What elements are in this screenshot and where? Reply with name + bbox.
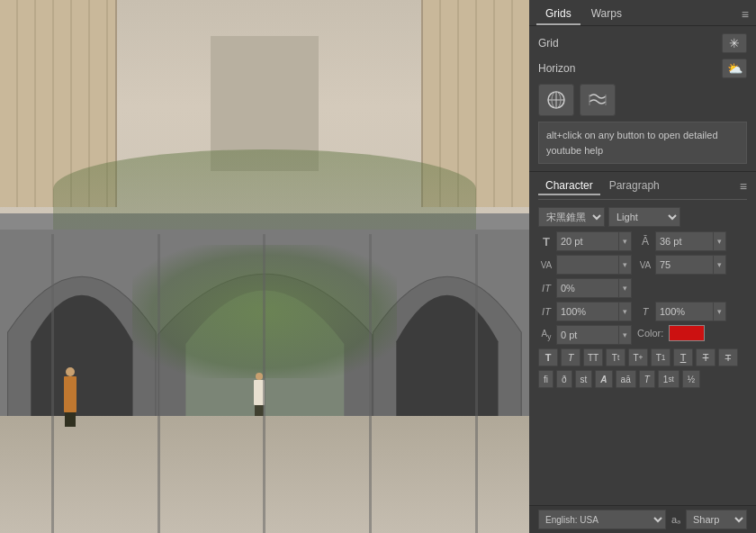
style-btn-strikethrough-t2[interactable]: T̶ bbox=[718, 348, 738, 366]
tracking-control: VA ▾ bbox=[538, 255, 632, 275]
color-control: Color: bbox=[637, 325, 705, 341]
char-tabs-bar: Character Paragraph ≡ bbox=[538, 177, 747, 200]
tscale-control: T ▾ bbox=[637, 302, 726, 321]
tscale-input-group: ▾ bbox=[655, 302, 726, 321]
style-btn-t1[interactable]: T1 bbox=[651, 348, 670, 366]
kerning-input[interactable] bbox=[655, 255, 714, 275]
baseline-input-group: ▾ bbox=[556, 325, 632, 345]
baseline-control: Ay ▾ bbox=[538, 325, 632, 345]
help-text-box: alt+click on any button to open detailed… bbox=[538, 122, 747, 164]
hscale-input[interactable] bbox=[556, 278, 619, 298]
font-size-input[interactable] bbox=[556, 231, 619, 251]
leading-icon: Ā bbox=[637, 235, 653, 248]
baseline-dropdown-arrow[interactable]: ▾ bbox=[619, 325, 632, 345]
style-btn-sup-t[interactable]: T+ bbox=[628, 348, 648, 366]
vscale-icon: IT bbox=[538, 306, 554, 317]
special-1st[interactable]: 1st bbox=[658, 370, 680, 388]
tab-paragraph[interactable]: Paragraph bbox=[602, 177, 667, 195]
kerning-input-group: ▾ bbox=[655, 255, 726, 275]
hscale-input-group: ▾ bbox=[556, 278, 632, 298]
size-leading-row: T ▾ Ā ▾ bbox=[538, 231, 747, 251]
grids-warps-tabs: Grids Warps ≡ bbox=[529, 0, 756, 26]
horizon-label: Horizon bbox=[538, 62, 575, 75]
vscale-input[interactable] bbox=[556, 302, 619, 321]
grid-label: Grid bbox=[538, 37, 559, 50]
tracking-dropdown-arrow[interactable]: ▾ bbox=[619, 255, 632, 275]
vscale-control: IT ▾ bbox=[538, 302, 632, 321]
vscale-input-group: ▾ bbox=[556, 302, 632, 321]
special-st[interactable]: st bbox=[575, 370, 593, 388]
special-half[interactable]: ½ bbox=[682, 370, 700, 388]
size-control: T ▾ bbox=[538, 231, 632, 251]
style-btn-tt[interactable]: TT bbox=[583, 348, 603, 366]
special-fi[interactable]: fi bbox=[538, 370, 554, 388]
size-input-group: ▾ bbox=[556, 231, 632, 251]
baseline-color-row: Ay ▾ Color: bbox=[538, 325, 747, 345]
right-panel: Grids Warps ≡ Grid ✳ Horizon ⛅ bbox=[529, 0, 756, 533]
tab-group: Grids Warps bbox=[536, 4, 631, 25]
help-text-content: alt+click on any button to open detailed… bbox=[546, 130, 718, 156]
tracking-icon: VA bbox=[538, 260, 554, 270]
style-btn-underline-t[interactable]: T bbox=[673, 348, 693, 366]
vscale-dropdown-arrow[interactable]: ▾ bbox=[619, 302, 632, 321]
leading-control: Ā ▾ bbox=[637, 231, 726, 251]
vscale-row: IT ▾ T ▾ bbox=[538, 302, 747, 321]
kerning-icon: VA bbox=[637, 260, 653, 270]
grid-tool-icon-2 bbox=[587, 89, 608, 111]
grid-tool-button-1[interactable] bbox=[538, 84, 574, 116]
kerning-dropdown-arrow[interactable]: ▾ bbox=[714, 255, 726, 275]
tab-character[interactable]: Character bbox=[538, 177, 600, 195]
tracking-input-group: ▾ bbox=[556, 255, 632, 275]
hscale-control: IT ▾ bbox=[538, 278, 632, 298]
special-sigma[interactable]: ð bbox=[556, 370, 572, 388]
color-swatch[interactable] bbox=[669, 325, 705, 341]
special-cap-a[interactable]: A bbox=[595, 370, 612, 388]
language-select[interactable]: English: USA bbox=[538, 510, 666, 529]
aa-label: aₐ bbox=[670, 514, 682, 526]
style-btn-italic-t[interactable]: T bbox=[561, 348, 580, 366]
tab-grids[interactable]: Grids bbox=[536, 4, 580, 25]
baseline-input[interactable] bbox=[556, 325, 619, 345]
style-btn-regular-t[interactable]: T bbox=[538, 348, 558, 366]
font-family-control: 宋黑錐黑 bbox=[538, 207, 605, 227]
tscale-icon: T bbox=[637, 306, 653, 317]
hscale-icon: IT bbox=[538, 283, 554, 294]
hscale-dropdown-arrow[interactable]: ▾ bbox=[619, 278, 632, 298]
grid-icon-button[interactable]: ✳ bbox=[722, 33, 747, 53]
character-section: Character Paragraph ≡ 宋黑錐黑 Light T bbox=[529, 172, 756, 505]
grid-section: Grid ✳ Horizon ⛅ bbox=[529, 26, 756, 172]
grid-tool-icon-1 bbox=[545, 89, 567, 111]
font-style-control: Light bbox=[608, 207, 680, 227]
font-style-select[interactable]: Light bbox=[608, 207, 680, 227]
special-italic-t[interactable]: T bbox=[639, 370, 655, 388]
style-btn-sub-t[interactable]: Tt bbox=[606, 348, 626, 366]
special-chars-row: fi ð st A aā T 1st ½ bbox=[538, 370, 747, 388]
horizon-row: Horizon ⛅ bbox=[538, 59, 747, 78]
tscale-input[interactable] bbox=[655, 302, 714, 321]
antialiasing-select[interactable]: Sharp bbox=[686, 510, 747, 529]
leading-dropdown-arrow[interactable]: ▾ bbox=[714, 231, 726, 251]
scene bbox=[0, 0, 529, 533]
leading-input[interactable] bbox=[655, 231, 714, 251]
structural-lines bbox=[0, 234, 529, 533]
leading-input-group: ▾ bbox=[655, 231, 726, 251]
size-icon: T bbox=[538, 235, 554, 248]
special-aa[interactable]: aā bbox=[616, 370, 636, 388]
style-buttons-row-1: T T TT Tt T+ T1 T T T̶ bbox=[538, 348, 747, 366]
canvas-area bbox=[0, 0, 529, 533]
font-family-select[interactable]: 宋黑錐黑 bbox=[538, 207, 605, 227]
tracking-input[interactable] bbox=[556, 255, 619, 275]
tracking-kerning-row: VA ▾ VA ▾ bbox=[538, 255, 747, 275]
icon-btns-row bbox=[538, 84, 747, 116]
style-btn-strikethrough-t[interactable]: T bbox=[696, 348, 716, 366]
tab-warps[interactable]: Warps bbox=[582, 4, 631, 25]
grid-row: Grid ✳ bbox=[538, 33, 747, 53]
baseline-icon: Ay bbox=[538, 329, 554, 341]
bottom-bar: English: USA aₐ Sharp bbox=[529, 505, 756, 533]
panel-menu-icon[interactable]: ≡ bbox=[742, 7, 749, 22]
char-panel-menu-icon[interactable]: ≡ bbox=[740, 179, 747, 194]
horizon-icon-button[interactable]: ⛅ bbox=[722, 59, 747, 78]
tscale-dropdown-arrow[interactable]: ▾ bbox=[714, 302, 726, 321]
grid-tool-button-2[interactable] bbox=[580, 84, 616, 116]
size-dropdown-arrow[interactable]: ▾ bbox=[619, 231, 632, 251]
